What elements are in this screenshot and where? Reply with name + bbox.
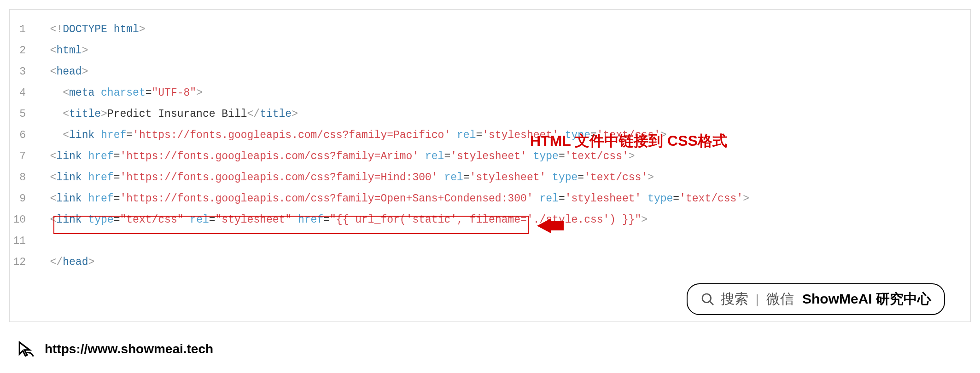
line-number: 5 [10, 103, 37, 125]
code-line: 8 <link href='https://fonts.googleapis.c… [10, 167, 970, 188]
line-number: 11 [10, 230, 37, 252]
line-number: 9 [10, 188, 37, 209]
code-line: 1 <!DOCTYPE html> [10, 19, 970, 40]
line-content: <html> [37, 40, 88, 61]
line-content: <link href='https://fonts.googleapis.com… [37, 167, 654, 188]
line-content: <title>Predict Insurance Bill</title> [37, 103, 298, 125]
code-line: 4 <meta charset="UTF-8"> [10, 82, 970, 103]
search-divider: | [756, 292, 759, 307]
code-line: 7 <link href='https://fonts.googleapis.c… [10, 146, 970, 167]
code-line: 12 </head> [10, 252, 970, 273]
line-content: <meta charset="UTF-8"> [37, 82, 203, 103]
footer: https://www.showmeai.tech [16, 339, 213, 359]
line-number: 12 [10, 252, 37, 273]
line-content: <head> [37, 61, 88, 82]
line-number: 4 [10, 82, 37, 103]
line-number: 8 [10, 167, 37, 188]
code-line: 2 <html> [10, 40, 970, 61]
code-line: 6 <link href='https://fonts.googleapis.c… [10, 125, 970, 146]
search-brand: ShowMeAI 研究中心 [802, 290, 931, 309]
cursor-icon [16, 339, 36, 359]
search-box: 搜索 | 微信 ShowMeAI 研究中心 [687, 283, 945, 315]
line-number: 7 [10, 146, 37, 167]
code-line: 3 <head> [10, 61, 970, 82]
line-content: <link href='https://fonts.googleapis.com… [37, 188, 749, 209]
arrow-annotation [537, 218, 551, 233]
code-line: 10 <link type="text/css" rel="stylesheet… [10, 209, 970, 230]
code-line: 9 <link href='https://fonts.googleapis.c… [10, 188, 970, 209]
code-line: 11 [10, 230, 970, 252]
line-number: 1 [10, 19, 37, 40]
line-content: <!DOCTYPE html> [37, 19, 146, 40]
line-number: 2 [10, 40, 37, 61]
footer-url: https://www.showmeai.tech [45, 342, 213, 356]
code-editor: 1 <!DOCTYPE html>2 <html>3 <head>4 <meta… [9, 9, 971, 322]
search-label-1: 搜索 [721, 290, 748, 309]
search-icon [700, 292, 715, 307]
svg-line-1 [710, 301, 713, 305]
svg-point-0 [702, 294, 711, 303]
code-line: 5 <title>Predict Insurance Bill</title> [10, 103, 970, 125]
line-number: 6 [10, 125, 37, 146]
line-number: 3 [10, 61, 37, 82]
annotation-text: HTML 文件中链接到 CSS格式 [530, 131, 727, 151]
line-number: 10 [10, 209, 37, 230]
line-content: </head> [37, 252, 94, 273]
search-label-2: 微信 [766, 290, 794, 309]
